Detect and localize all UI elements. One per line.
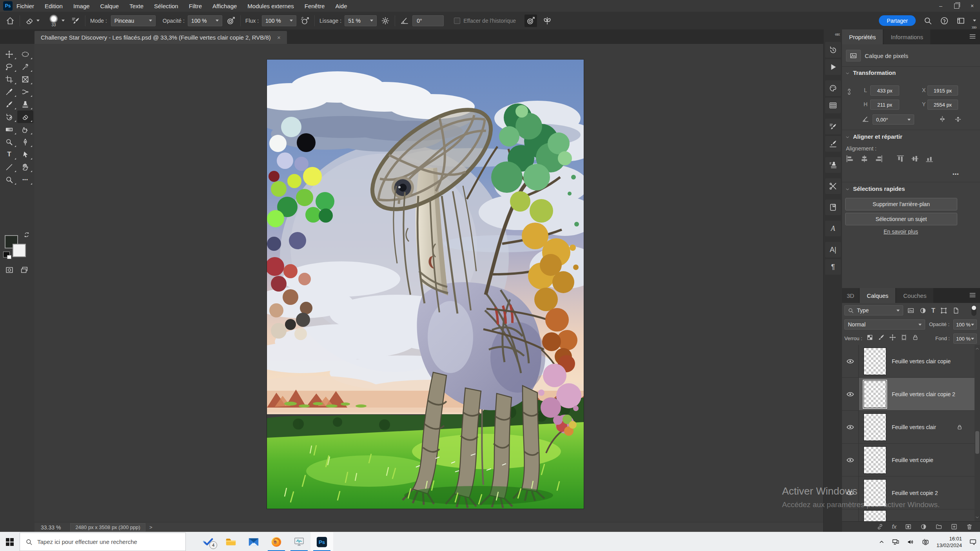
tab-3d[interactable]: 3D: [842, 288, 859, 303]
camera-icon[interactable]: [922, 538, 929, 546]
lock-pixels-icon[interactable]: [878, 334, 885, 341]
airbrush-icon[interactable]: [300, 16, 310, 25]
fill-field[interactable]: 100 %: [953, 334, 977, 344]
menu-fen-tre[interactable]: Fenêtre: [305, 3, 325, 9]
layer-visibility-toggle[interactable]: [842, 378, 859, 410]
link-dimensions-icon[interactable]: [846, 85, 853, 98]
zoom-tool[interactable]: [1, 173, 17, 186]
layer-visibility-toggle[interactable]: [842, 345, 859, 377]
dodge-tool[interactable]: [1, 136, 17, 148]
glyphs-panel-icon[interactable]: A: [825, 221, 841, 236]
brush-picker-caret[interactable]: [62, 20, 65, 22]
select-subject-button[interactable]: Sélectionner un sujet: [845, 213, 957, 225]
volume-icon[interactable]: [907, 538, 915, 546]
smudge-tool[interactable]: [17, 123, 33, 136]
edit-toolbar[interactable]: •••: [17, 173, 33, 186]
smoothing-gear-icon[interactable]: [381, 16, 390, 25]
layer-name[interactable]: Feuille vert copie: [892, 457, 933, 463]
align-bottom-icon[interactable]: [925, 154, 934, 163]
menu-filtre[interactable]: Filtre: [189, 3, 202, 9]
history-brush-tool[interactable]: [1, 111, 17, 123]
layer-style-fx-icon[interactable]: fx: [892, 523, 897, 530]
align-right-icon[interactable]: [874, 154, 884, 163]
layers-panel-menu-icon[interactable]: [969, 292, 976, 298]
layer-visibility-toggle[interactable]: [842, 477, 859, 509]
scroll-up-icon[interactable]: [975, 346, 980, 351]
layer-thumbnail[interactable]: [864, 510, 886, 522]
panel-menu-icon[interactable]: [969, 34, 976, 39]
new-layer-icon[interactable]: [951, 523, 958, 530]
clone-stamp-tool[interactable]: [17, 98, 33, 111]
paragraph-panel-icon[interactable]: ¶: [825, 259, 841, 275]
new-group-icon[interactable]: [935, 523, 942, 530]
delete-layer-icon[interactable]: [966, 523, 973, 530]
opacity-pressure-icon[interactable]: [226, 16, 236, 25]
menu-image[interactable]: Image: [73, 3, 90, 9]
x-field[interactable]: 1915 px: [927, 85, 958, 96]
filter-adjustment-icon[interactable]: [919, 307, 927, 314]
clock[interactable]: 16:01 13/02/2024: [936, 535, 962, 549]
size-pressure-toggle[interactable]: [524, 14, 537, 27]
todo-app[interactable]: 4: [197, 532, 220, 551]
home-icon[interactable]: [5, 16, 15, 25]
character-panel-icon[interactable]: A|: [825, 242, 841, 257]
filter-smart-object-icon[interactable]: [952, 307, 960, 314]
tray-chevron-up-icon[interactable]: [878, 539, 885, 545]
zoom-level[interactable]: 33.33 %: [41, 524, 61, 531]
marquee-tool[interactable]: [17, 48, 33, 60]
flip-horizontal-icon[interactable]: [938, 115, 946, 123]
taskbar-search-input[interactable]: Tapez ici pour effectuer une recherche: [20, 533, 186, 551]
frame-tool[interactable]: [17, 73, 33, 85]
align-center-h-icon[interactable]: [860, 154, 869, 163]
screen-mode-icon[interactable]: [19, 266, 30, 274]
layer-thumbnail[interactable]: [864, 446, 886, 474]
brush-settings-toggle-icon[interactable]: [71, 16, 80, 25]
symmetry-butterfly-icon[interactable]: [543, 16, 552, 25]
brush-settings-panel-icon[interactable]: [825, 119, 841, 134]
close-button[interactable]: ×: [964, 0, 980, 12]
align-left-icon[interactable]: [845, 154, 855, 163]
menu-edition[interactable]: Edition: [45, 3, 63, 9]
photoshop-app[interactable]: Ps: [310, 532, 333, 551]
menu-calque[interactable]: Calque: [100, 3, 119, 9]
align-more-icon[interactable]: •••: [953, 171, 959, 177]
layer-row-2[interactable]: Feuille vertes clair copie 2: [842, 378, 980, 411]
layers-scrollbar[interactable]: [975, 345, 980, 521]
swap-colors-icon[interactable]: [23, 231, 31, 238]
tab-calques[interactable]: Calques: [860, 288, 895, 303]
search-icon[interactable]: [924, 16, 932, 25]
eraser-preset-icon[interactable]: [25, 16, 34, 25]
healing-brush-tool[interactable]: [17, 85, 33, 98]
notifications-icon[interactable]: [969, 538, 977, 546]
scroll-down-icon[interactable]: [975, 515, 980, 520]
path-select-tool[interactable]: [17, 148, 33, 161]
background-color-swatch[interactable]: [13, 244, 26, 257]
erase-history-checkbox[interactable]: [454, 18, 460, 24]
move-tool[interactable]: [1, 48, 17, 60]
layer-visibility-toggle[interactable]: [842, 444, 859, 476]
layer-filter-select[interactable]: Type: [844, 305, 903, 315]
filter-type-text-icon[interactable]: T: [931, 307, 935, 314]
libraries-panel-icon[interactable]: [825, 199, 841, 215]
layer-thumbnail[interactable]: [864, 413, 886, 441]
filter-toggle-switch[interactable]: [971, 305, 976, 316]
gradient-tool[interactable]: [1, 123, 17, 136]
status-chevron-icon[interactable]: >: [149, 524, 152, 530]
flow-select[interactable]: 100 %: [262, 15, 296, 26]
align-top-icon[interactable]: [896, 154, 905, 163]
lock-position-icon[interactable]: [889, 334, 896, 341]
workspace-icon[interactable]: [956, 16, 965, 25]
layer-thumbnail[interactable]: [864, 381, 886, 408]
layer-row-1[interactable]: Feuille vertes clair copie: [842, 345, 980, 378]
firefox-app[interactable]: [265, 532, 288, 551]
menu-fichier[interactable]: Fichier: [16, 3, 34, 9]
type-tool[interactable]: T: [1, 148, 17, 161]
document-tab[interactable]: Challenge Star Discovery - Les filacés.p…: [34, 31, 287, 44]
tab-close-icon[interactable]: ×: [277, 34, 281, 41]
swatches-panel-icon[interactable]: [825, 98, 841, 113]
monitor-app[interactable]: [288, 532, 310, 551]
brush-size-preview[interactable]: 33: [46, 14, 62, 27]
lock-artboard-icon[interactable]: [900, 334, 907, 341]
explorer-app[interactable]: [220, 532, 242, 551]
quick-selections-chevron[interactable]: [845, 187, 850, 192]
